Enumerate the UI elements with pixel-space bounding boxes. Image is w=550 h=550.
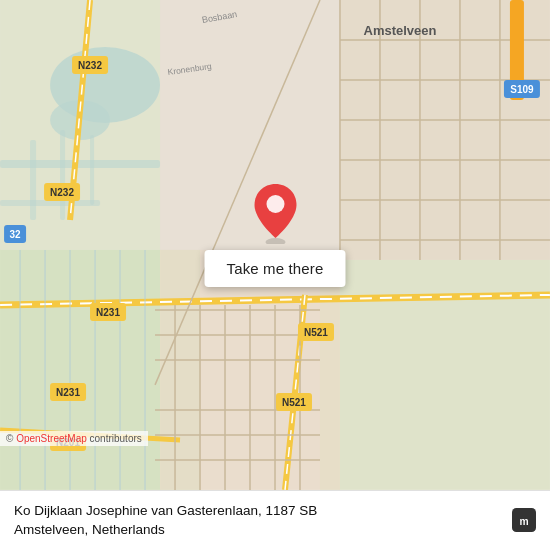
- attribution-link: OpenStreetMap: [16, 433, 87, 444]
- popup: Take me there: [205, 182, 346, 287]
- address-line1: Ko Dijklaan Josephine van Gasterenlaan, …: [14, 503, 317, 518]
- address-line2: Amstelveen, Netherlands: [14, 522, 165, 537]
- svg-text:m: m: [519, 517, 528, 528]
- map-container[interactable]: N232 N232 32 N231 N231 N201 N521 N521 S1…: [0, 0, 550, 490]
- info-bar: Ko Dijklaan Josephine van Gasterenlaan, …: [0, 490, 550, 550]
- svg-text:N521: N521: [282, 397, 306, 408]
- app: N232 N232 32 N231 N231 N201 N521 N521 S1…: [0, 0, 550, 550]
- svg-text:N232: N232: [78, 60, 102, 71]
- attribution-prefix: ©: [6, 433, 16, 444]
- svg-point-73: [266, 195, 284, 213]
- svg-text:N232: N232: [50, 187, 74, 198]
- moovit-logo-icon: m: [512, 508, 536, 532]
- svg-point-72: [265, 238, 285, 244]
- moovit-logo: m: [512, 508, 536, 532]
- attribution: © OpenStreetMap contributors: [0, 431, 148, 446]
- svg-text:N231: N231: [96, 307, 120, 318]
- svg-text:N231: N231: [56, 387, 80, 398]
- map-pin-icon: [249, 182, 301, 244]
- address-text: Ko Dijklaan Josephine van Gasterenlaan, …: [14, 501, 317, 540]
- attribution-suffix: contributors: [87, 433, 142, 444]
- svg-text:N521: N521: [304, 327, 328, 338]
- take-me-there-button[interactable]: Take me there: [205, 250, 346, 287]
- svg-text:S109: S109: [510, 84, 534, 95]
- svg-text:32: 32: [10, 229, 22, 240]
- svg-text:Amstelveen: Amstelveen: [364, 23, 437, 38]
